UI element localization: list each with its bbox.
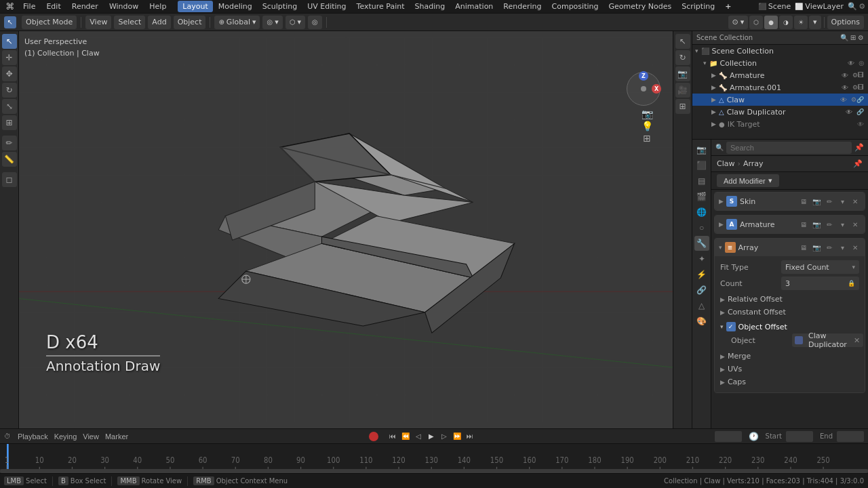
- annotate-tool[interactable]: ✏: [2, 136, 17, 150]
- object-menu[interactable]: Object: [174, 16, 206, 29]
- fit-type-dropdown[interactable]: Fixed Count ▾: [781, 260, 859, 274]
- move-tool[interactable]: ✥: [2, 66, 17, 81]
- gizmo-circle[interactable]: Z X: [627, 72, 660, 106]
- armature-visibility[interactable]: 👁: [842, 72, 848, 79]
- merge-row[interactable]: ▶ Merge: [720, 350, 859, 363]
- workspace-tab-sculpting[interactable]: Sculpting: [258, 1, 302, 12]
- modifier-skin-header[interactable]: ▶ S Skin 🖥 📷 ✏ ▾ ✕: [715, 192, 865, 210]
- workspace-tab-layout[interactable]: Layout: [178, 1, 212, 12]
- menu-edit[interactable]: Edit: [41, 1, 65, 12]
- add-modifier-button[interactable]: Add Modifier ▾: [717, 174, 779, 187]
- object-clear-btn[interactable]: ✕: [853, 335, 861, 346]
- workspace-tab-modeling[interactable]: Modeling: [214, 1, 257, 12]
- armature-edit-btn[interactable]: ✏: [824, 219, 835, 230]
- viewport-camera-icon[interactable]: 📷: [642, 108, 653, 119]
- armature001-visibility[interactable]: 👁: [842, 84, 848, 92]
- viewport-gizmo[interactable]: Z X 📷 💡 ⊞: [627, 72, 667, 113]
- breadcrumb-section[interactable]: Array: [743, 159, 764, 168]
- outliner-item-ik-target[interactable]: ▶ ● IK Target 👁: [692, 118, 868, 130]
- workspace-tab-compositing[interactable]: Compositing: [547, 1, 604, 12]
- breadcrumb-object[interactable]: Claw: [717, 159, 734, 168]
- skin-dropdown-btn[interactable]: ▾: [837, 196, 848, 207]
- transform-tool[interactable]: ⊞: [2, 115, 17, 130]
- right-select-tool[interactable]: ↖: [675, 34, 690, 49]
- timeline-ruler[interactable]: 1 10 20 30 40 50 60 70 80 90: [0, 444, 868, 473]
- view-menu[interactable]: View: [85, 16, 111, 29]
- armature-render-btn[interactable]: 📷: [811, 219, 822, 230]
- right-render-view-tool[interactable]: 📷: [675, 66, 690, 81]
- object-mode-dropdown[interactable]: Object Mode: [22, 16, 77, 29]
- skin-render-btn[interactable]: 📷: [811, 196, 822, 207]
- scale-tool[interactable]: ⤡: [2, 99, 17, 114]
- workspace-tab-geo-nodes[interactable]: Geometry Nodes: [604, 1, 676, 12]
- count-field[interactable]: 3 🔒: [781, 277, 859, 290]
- caps-row[interactable]: ▶ Caps: [720, 375, 859, 388]
- shading-material[interactable]: ◑: [779, 16, 793, 29]
- uvs-row[interactable]: ▶ UVs: [720, 363, 859, 375]
- breadcrumb-pin[interactable]: 📌: [853, 159, 863, 168]
- shading-wireframe[interactable]: ⬡: [749, 16, 763, 29]
- prop-data-icon[interactable]: △: [694, 298, 709, 313]
- add-primitive-tool[interactable]: ◻: [2, 172, 17, 187]
- outliner-item-armature-001[interactable]: ▶ 🦴 Armature.001 👁 ⚙🎞: [692, 81, 868, 94]
- array-realtime-btn[interactable]: 🖥: [798, 242, 809, 253]
- timeline-playback-menu[interactable]: Playback: [15, 432, 51, 441]
- timeline-current-frame-input[interactable]: 1: [715, 431, 742, 442]
- ik-target-visibility[interactable]: 👁: [857, 121, 864, 128]
- timeline-marker-menu[interactable]: Marker: [102, 432, 131, 441]
- timeline-prev-frame-btn[interactable]: ⏪: [399, 431, 412, 442]
- array-render-btn[interactable]: 📷: [811, 242, 822, 253]
- prop-material-icon[interactable]: 🎨: [694, 314, 709, 329]
- rotate-tool[interactable]: ↻: [2, 83, 17, 98]
- snap-btn[interactable]: ⬡ ▾: [285, 16, 305, 29]
- object-field-value[interactable]: Claw Duplicator ✕: [792, 333, 863, 347]
- measure-tool[interactable]: 📏: [2, 152, 17, 167]
- select-tool-btn[interactable]: ↖: [4, 16, 16, 28]
- prop-pin-icon[interactable]: 📌: [854, 143, 864, 152]
- select-menu[interactable]: Select: [114, 16, 145, 29]
- workspace-tab-shading[interactable]: Shading: [410, 1, 450, 12]
- relative-offset-row[interactable]: ▶ Relative Offset: [720, 293, 859, 306]
- shading-dropdown[interactable]: ▾: [809, 16, 821, 29]
- shading-solid[interactable]: ●: [764, 16, 778, 29]
- timeline-view-menu[interactable]: View: [80, 432, 102, 441]
- outliner-options-icon[interactable]: ⚙: [858, 34, 864, 41]
- outliner-item-armature[interactable]: ▶ 🦴 Armature 👁 ⚙🎞: [692, 69, 868, 81]
- gizmo-x-axis[interactable]: X: [652, 84, 661, 94]
- workspace-tab-scripting[interactable]: Scripting: [677, 1, 719, 12]
- shading-render[interactable]: ☀: [794, 16, 808, 29]
- claw-dup-visibility[interactable]: 👁: [846, 108, 852, 116]
- overlay-toggle[interactable]: ⊙ ▾: [728, 16, 749, 29]
- armature-delete-btn[interactable]: ✕: [850, 219, 861, 230]
- timeline-next-key-btn[interactable]: ▷: [438, 431, 450, 442]
- armature-realtime-btn[interactable]: 🖥: [798, 219, 809, 230]
- outliner-item-collection[interactable]: ▾ 📁 Collection 👁 ◎: [692, 57, 868, 69]
- timeline-record-btn[interactable]: [369, 432, 378, 441]
- timeline-prev-key-btn[interactable]: ◁: [412, 431, 425, 442]
- claw-visibility[interactable]: 👁: [840, 96, 847, 104]
- outliner-item-claw[interactable]: ▶ △ Claw 👁 ⚙🔗: [692, 94, 868, 106]
- viewport-3d[interactable]: User Perspective (1) Collection | Claw Z…: [19, 31, 673, 428]
- viewport-light-icon[interactable]: 💡: [642, 121, 653, 131]
- pivot-dropdown[interactable]: ◎ ▾: [262, 16, 282, 29]
- outliner-item-claw-duplicator[interactable]: ▶ △ Claw Duplicator 👁 🔗: [692, 106, 868, 118]
- right-rotate-tool[interactable]: ↻: [675, 50, 690, 65]
- array-edit-btn[interactable]: ✏: [824, 242, 835, 253]
- timeline-jump-start-btn[interactable]: ⏮: [387, 431, 399, 442]
- timeline-play-btn[interactable]: ▶: [425, 431, 437, 442]
- right-grid-tool[interactable]: ⊞: [675, 99, 690, 114]
- skin-edit-btn[interactable]: ✏: [824, 196, 835, 207]
- timeline-start-input[interactable]: 1: [786, 431, 813, 442]
- timeline-next-frame-btn[interactable]: ⏩: [451, 431, 463, 442]
- modifier-array-header[interactable]: ▾ ≡ Array 🖥 📷 ✏ ▾ ✕: [715, 239, 865, 256]
- prop-output-icon[interactable]: ⬛: [694, 158, 709, 173]
- timeline-scrollbar-track[interactable]: [0, 469, 868, 473]
- timeline-scrollbar-thumb[interactable]: [0, 469, 868, 473]
- count-lock-btn[interactable]: 🔒: [848, 280, 855, 287]
- right-fly-tool[interactable]: 🎥: [675, 83, 690, 98]
- array-dropdown-btn[interactable]: ▾: [837, 242, 848, 253]
- add-menu[interactable]: Add: [148, 16, 170, 29]
- skin-delete-btn[interactable]: ✕: [850, 196, 861, 207]
- prop-particles-icon[interactable]: ✦: [694, 251, 709, 266]
- prop-search-input[interactable]: [726, 142, 852, 154]
